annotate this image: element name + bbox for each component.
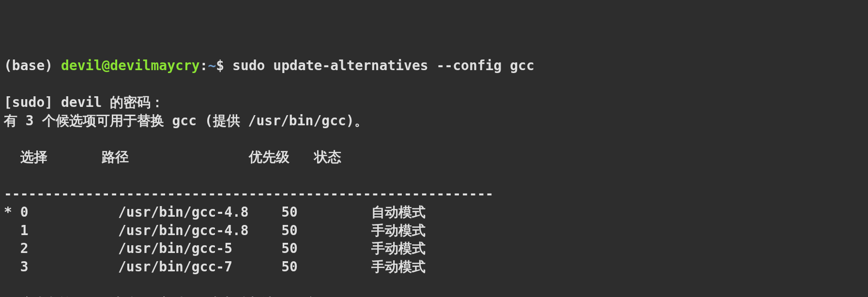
cwd-path: ~ xyxy=(208,58,216,74)
row-path: /usr/bin/gcc-5 xyxy=(118,239,281,258)
table-row: 3/usr/bin/gcc-750手动模式 xyxy=(4,259,426,275)
row-mark xyxy=(4,240,12,256)
row-num: 3 xyxy=(20,258,118,276)
row-status: 手动模式 xyxy=(371,223,426,238)
header-priority: 优先级 xyxy=(249,148,314,166)
command-text: sudo update-alternatives --config gcc xyxy=(232,58,534,74)
env-prefix: (base) xyxy=(4,58,61,74)
row-mark xyxy=(4,223,12,238)
header-status: 状态 xyxy=(314,149,341,165)
row-priority: 50 xyxy=(281,258,371,276)
row-path: /usr/bin/gcc-4.8 xyxy=(118,222,281,240)
summary-line: 有 3 个候选项可用于替换 gcc (提供 /usr/bin/gcc)。 xyxy=(4,113,368,129)
row-priority: 50 xyxy=(281,222,371,240)
header-selection: 选择 xyxy=(4,148,102,166)
table-row: * 0/usr/bin/gcc-4.850自动模式 xyxy=(4,204,426,220)
prompt-line[interactable]: (base) devil@devilmaycry:~$ sudo update-… xyxy=(4,57,864,75)
row-path: /usr/bin/gcc-4.8 xyxy=(118,203,281,222)
row-path: /usr/bin/gcc-7 xyxy=(118,258,281,276)
row-num: 1 xyxy=(20,222,118,240)
blank-line xyxy=(4,277,12,293)
row-priority: 50 xyxy=(281,203,371,222)
row-num: 0 xyxy=(20,203,118,222)
row-status: 手动模式 xyxy=(371,240,426,256)
sudo-password-prompt[interactable]: [sudo] devil 的密码： xyxy=(4,94,164,110)
table-row: 2/usr/bin/gcc-550手动模式 xyxy=(4,240,426,256)
row-status: 手动模式 xyxy=(371,259,426,275)
row-priority: 50 xyxy=(281,239,371,258)
header-path: 路径 xyxy=(102,148,248,166)
row-num: 2 xyxy=(20,239,118,258)
colon: : xyxy=(200,58,208,74)
row-status: 自动模式 xyxy=(371,204,426,220)
separator-line: ----------------------------------------… xyxy=(4,186,493,202)
dollar: $ xyxy=(216,58,232,74)
row-mark: * xyxy=(4,204,12,220)
table-row: 1/usr/bin/gcc-4.850手动模式 xyxy=(4,223,426,238)
blank-line xyxy=(4,131,12,147)
user-host: devil@devilmaycry xyxy=(61,58,200,74)
row-mark xyxy=(4,259,12,275)
table-header: 选择路径优先级状态 xyxy=(4,148,864,166)
